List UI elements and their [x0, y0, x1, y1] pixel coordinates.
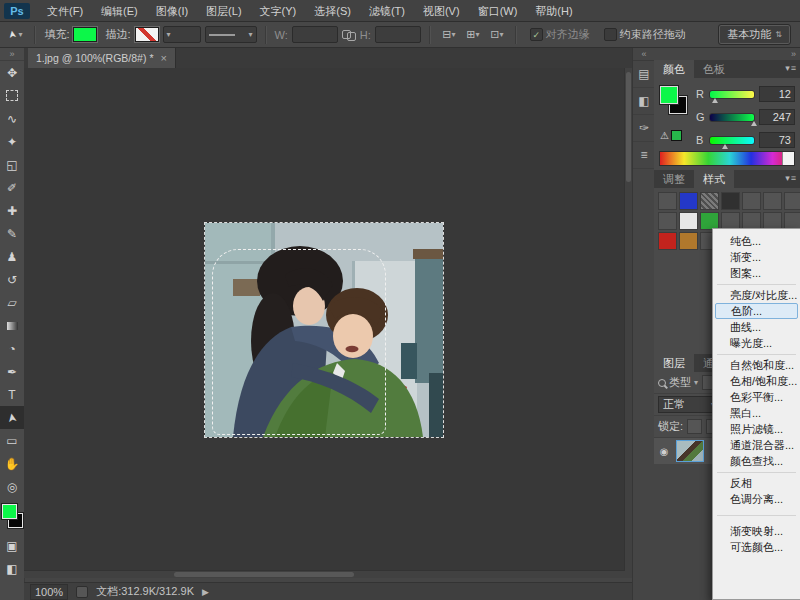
- menubar-item-image[interactable]: 图像(I): [147, 0, 197, 22]
- quick-selection-tool[interactable]: ✦: [0, 130, 24, 153]
- menu-item[interactable]: 亮度/对比度...: [713, 287, 800, 303]
- menu-item[interactable]: 纯色...: [713, 233, 800, 249]
- style-swatch[interactable]: [721, 192, 740, 210]
- eraser-tool[interactable]: ▱: [0, 291, 24, 314]
- menubar-item-file[interactable]: 文件(F): [38, 0, 92, 22]
- stroke-width-field[interactable]: ▾: [163, 26, 201, 43]
- pen-tool[interactable]: ✒: [0, 360, 24, 383]
- clone-source-panel-icon[interactable]: ≡: [633, 142, 655, 169]
- zoom-tool-tool[interactable]: ◎: [0, 475, 24, 498]
- tab-styles[interactable]: 样式: [694, 170, 734, 188]
- gradient-tool[interactable]: [0, 314, 24, 337]
- link-dimensions-icon[interactable]: [342, 30, 356, 40]
- status-menu-arrow-icon[interactable]: ▶: [202, 587, 209, 597]
- menu-item[interactable]: 照片滤镜...: [713, 421, 800, 437]
- lock-transparent-icon[interactable]: [687, 419, 702, 434]
- menubar-item-edit[interactable]: 编辑(E): [92, 0, 147, 22]
- menu-item[interactable]: 反相: [713, 475, 800, 491]
- tab-adjustments[interactable]: 调整: [654, 170, 694, 188]
- style-swatch[interactable]: [658, 212, 677, 230]
- history-brush-tool[interactable]: ↺: [0, 268, 24, 291]
- menubar-item-type[interactable]: 文字(Y): [251, 0, 306, 22]
- menu-item[interactable]: 曲线...: [713, 319, 800, 335]
- dodge-tool[interactable]: ◔: [0, 337, 24, 360]
- align-edges-checkbox[interactable]: ✓ 对齐边缘: [530, 27, 590, 42]
- style-swatch[interactable]: [763, 192, 782, 210]
- crop-tool[interactable]: ◱: [0, 153, 24, 176]
- eyedropper-tool[interactable]: ✐: [0, 176, 24, 199]
- move-tool[interactable]: ✥: [0, 61, 24, 84]
- clone-stamp-tool[interactable]: ♟: [0, 245, 24, 268]
- tab-layers[interactable]: 图层: [654, 354, 694, 372]
- brush-panel-icon[interactable]: ✑: [633, 115, 655, 142]
- photo-image[interactable]: [205, 223, 443, 437]
- menubar-item-help[interactable]: 帮助(H): [526, 0, 581, 22]
- collapse-tools-icon[interactable]: »: [0, 48, 24, 61]
- zoom-level-field[interactable]: 100%: [30, 584, 68, 600]
- menu-item[interactable]: 可选颜色...: [713, 539, 800, 555]
- style-swatch[interactable]: [679, 192, 698, 210]
- foreground-color-swatch[interactable]: [2, 504, 17, 519]
- menubar-item-layer[interactable]: 图层(L): [197, 0, 250, 22]
- menu-item[interactable]: 通道混合器...: [713, 437, 800, 453]
- layer-visibility-eye-icon[interactable]: ◉: [657, 446, 671, 457]
- document-tab[interactable]: 1.jpg @ 100%(RGB/8#) * ×: [28, 48, 176, 68]
- workspace-switcher[interactable]: 基本功能 ⇅: [719, 25, 790, 44]
- red-value[interactable]: 12: [759, 86, 795, 102]
- spot-healing-tool[interactable]: ✚: [0, 199, 24, 222]
- green-slider[interactable]: [709, 113, 755, 122]
- type-tool-tool[interactable]: T: [0, 383, 24, 406]
- style-swatch[interactable]: [658, 192, 677, 210]
- canvas-area[interactable]: [24, 68, 632, 578]
- close-icon[interactable]: ×: [160, 52, 166, 64]
- white-swatch[interactable]: [782, 152, 794, 165]
- style-swatch[interactable]: [679, 232, 698, 250]
- path-selection-tool[interactable]: ➤: [0, 406, 24, 429]
- path-arrange-button[interactable]: ⊡▾: [487, 26, 507, 44]
- shape-height-input[interactable]: [375, 26, 421, 43]
- path-alignment-button[interactable]: ⊞▾: [463, 26, 483, 44]
- adjustments-panel-icon[interactable]: ▤: [633, 61, 655, 88]
- character-panel-icon[interactable]: ◧: [633, 88, 655, 115]
- tool-preset-button[interactable]: ➤ ▾: [4, 29, 26, 40]
- hand-tool[interactable]: ✋: [0, 452, 24, 475]
- layer-thumbnail[interactable]: [676, 440, 704, 462]
- blue-value[interactable]: 73: [759, 132, 795, 148]
- foreground-color-swatch[interactable]: [660, 86, 678, 104]
- color-spectrum-ramp[interactable]: [659, 151, 795, 166]
- menu-item[interactable]: 黑白...: [713, 405, 800, 421]
- marquee-tool[interactable]: [0, 84, 24, 107]
- shape-tool[interactable]: ▭: [0, 429, 24, 452]
- menu-item[interactable]: 渐变...: [713, 249, 800, 265]
- style-swatch[interactable]: [700, 192, 719, 210]
- menu-item[interactable]: 自然饱和度...: [713, 357, 800, 373]
- menu-item[interactable]: 渐变映射...: [713, 523, 800, 539]
- canvas-vertical-scrollbar[interactable]: [624, 68, 632, 578]
- blend-mode-dropdown[interactable]: 正常 ▾: [658, 396, 720, 413]
- stroke-color-swatch[interactable]: [135, 27, 159, 42]
- menu-item[interactable]: 曝光度...: [713, 335, 800, 351]
- tab-color[interactable]: 颜色: [654, 60, 694, 78]
- blue-slider[interactable]: [709, 136, 755, 145]
- screen-mode-button[interactable]: ◧: [0, 557, 24, 580]
- menubar-item-select[interactable]: 选择(S): [305, 0, 360, 22]
- menu-item[interactable]: 色彩平衡...: [713, 389, 800, 405]
- style-swatch[interactable]: [658, 232, 677, 250]
- shape-width-input[interactable]: [292, 26, 338, 43]
- style-swatch[interactable]: [784, 192, 800, 210]
- menu-item[interactable]: 颜色查找...: [713, 453, 800, 469]
- quick-mask-button[interactable]: ▣: [0, 534, 24, 557]
- menu-item[interactable]: 色调分离...: [713, 491, 800, 507]
- kind-filter-dropdown[interactable]: 类型 ▾: [658, 375, 698, 390]
- menubar-item-view[interactable]: 视图(V): [414, 0, 469, 22]
- gamut-warning[interactable]: ⚠: [660, 130, 682, 141]
- lasso-tool[interactable]: ∿: [0, 107, 24, 130]
- canvas-horizontal-scrollbar[interactable]: [24, 570, 625, 578]
- menu-item[interactable]: 色阶...: [715, 303, 798, 319]
- path-operations-button[interactable]: ⊟▾: [439, 26, 459, 44]
- expand-dock-icon[interactable]: «: [633, 48, 655, 61]
- fill-color-swatch[interactable]: [73, 27, 97, 42]
- menu-item[interactable]: 图案...: [713, 265, 800, 281]
- menu-item[interactable]: 色相/饱和度...: [713, 373, 800, 389]
- collapse-panels-icon[interactable]: »: [791, 49, 796, 59]
